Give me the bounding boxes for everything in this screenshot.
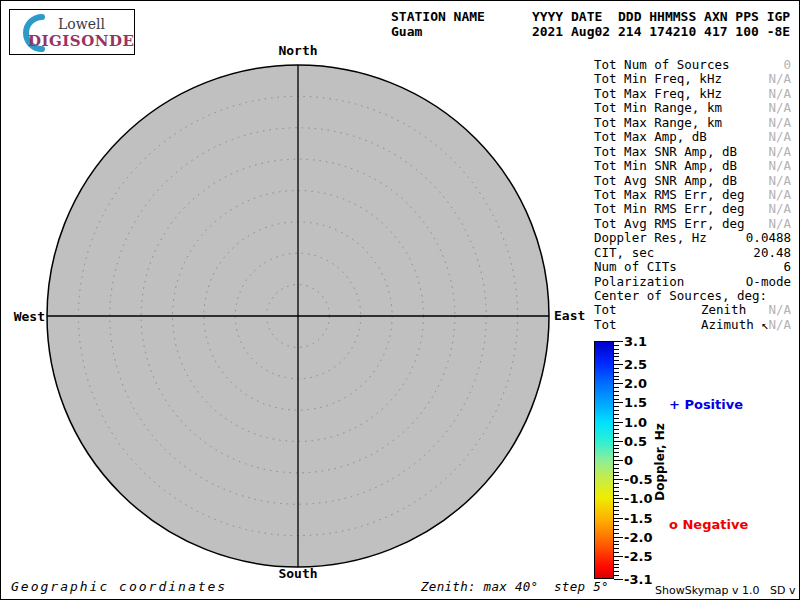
colorbar-minor-tick: [614, 353, 619, 354]
info-row: Tot Max RMS Err, degN/A: [594, 188, 791, 202]
colorbar-major-tick: [614, 537, 623, 538]
colorbar-tick-label: -1.5: [624, 510, 652, 525]
colorbar-minor-tick: [614, 391, 619, 392]
colorbar-tick-label: 2.0: [624, 376, 647, 391]
info-row: Num of CITs6: [594, 260, 791, 274]
colorbar-minor-tick: [614, 356, 619, 357]
info-row-label: Tot: [594, 302, 617, 317]
zenith-range-note: Zenith: max 40° step 5°: [421, 579, 609, 594]
info-row: Tot Max SNR Amp, dBN/A: [594, 145, 791, 159]
info-row-label: Num of CITs: [594, 259, 677, 274]
colorbar-tick-label: 2.5: [624, 357, 647, 372]
info-row: Tot Max Freq, kHzN/A: [594, 87, 791, 101]
colorbar-tick-label: -3.1: [624, 572, 652, 587]
info-row-label: Tot Num of Sources: [594, 57, 729, 72]
colorbar-minor-tick: [614, 429, 619, 430]
info-row: CIT, sec20.48: [594, 246, 791, 260]
colorbar-minor-tick: [614, 368, 619, 369]
header-column-titles: STATION NAME YYYY DATE DDD HHMMSS AXN PP…: [391, 9, 790, 24]
info-row-label: Tot Max Range, km: [594, 115, 722, 130]
info-row: Tot Max Amp, dBN/A: [594, 130, 791, 144]
info-row-value: N/A: [768, 130, 791, 144]
info-row-value: O-mode: [746, 275, 791, 289]
info-row-label: Tot: [594, 317, 617, 332]
colorbar-minor-tick: [614, 514, 619, 515]
measurement-info-panel: Tot Num of Sources0Tot Min Freq, kHzN/AT…: [594, 58, 791, 332]
info-row-value: 6: [783, 260, 791, 274]
info-row-label: Tot Avg SNR Amp, dB: [594, 173, 737, 188]
colorbar-minor-tick: [614, 464, 619, 465]
info-row-label: Tot Min Range, km: [594, 100, 722, 115]
colorbar-minor-tick: [614, 506, 619, 507]
compass-label-east: East: [554, 308, 585, 323]
colorbar-minor-tick: [614, 468, 619, 469]
info-row-label: Tot Avg RMS Err, deg: [594, 216, 745, 231]
colorbar-minor-tick: [614, 372, 619, 373]
colorbar-minor-tick: [614, 502, 619, 503]
colorbar-major-tick: [614, 402, 623, 403]
colorbar-minor-tick: [614, 387, 619, 388]
colorbar-minor-tick: [614, 418, 619, 419]
colorbar-minor-tick: [614, 525, 619, 526]
colorbar-minor-tick: [614, 360, 619, 361]
colorbar-tick-label: -1.0: [624, 491, 652, 506]
colorbar-minor-tick: [614, 521, 619, 522]
colorbar-major-tick: [614, 341, 623, 342]
colorbar-minor-tick: [614, 445, 619, 446]
coordinates-note: Geographic coordinates: [11, 579, 227, 594]
negative-doppler-legend: o Negative: [669, 517, 748, 532]
info-row-value: N/A: [768, 303, 791, 317]
info-row-label: Tot Min RMS Err, deg: [594, 201, 745, 216]
colorbar-minor-tick: [614, 452, 619, 453]
info-row-value: N/A: [768, 72, 791, 86]
info-row-value: 0.0488: [746, 231, 791, 245]
info-row: TotZenithN/A: [594, 303, 791, 317]
colorbar-minor-tick: [614, 437, 619, 438]
doppler-colorbar: [594, 341, 614, 579]
colorbar-minor-tick: [614, 552, 619, 553]
colorbar-minor-tick: [614, 571, 619, 572]
colorbar-minor-tick: [614, 425, 619, 426]
info-row-value: N/A: [768, 174, 791, 188]
skymap-window: Lowell DIGISONDE STATION NAME YYYY DATE …: [0, 0, 800, 600]
info-row: Tot Min Freq, kHzN/A: [594, 72, 791, 86]
colorbar-tick-label: -2.5: [624, 548, 652, 563]
colorbar-minor-tick: [614, 533, 619, 534]
logo-lowell-text: Lowell: [58, 16, 105, 32]
skymap-polar-plot: [45, 63, 551, 569]
colorbar-minor-tick: [614, 560, 619, 561]
colorbar-minor-tick: [614, 548, 619, 549]
colorbar-minor-tick: [614, 575, 619, 576]
info-row-label: Tot Min Freq, kHz: [594, 71, 722, 86]
colorbar-tick-label: 0.5: [624, 433, 647, 448]
colorbar-minor-tick: [614, 376, 619, 377]
colorbar-tick-label: -2.0: [624, 529, 652, 544]
info-row-value: 20.48: [753, 246, 791, 260]
colorbar-minor-tick: [614, 399, 619, 400]
info-row-value: N/A: [768, 87, 791, 101]
colorbar-major-tick: [614, 441, 623, 442]
info-row: Doppler Res, Hz0.0488: [594, 231, 791, 245]
colorbar-minor-tick: [614, 379, 619, 380]
colorbar-major-tick: [614, 422, 623, 423]
info-row: Tot Num of Sources0: [594, 58, 791, 72]
info-row-label: CIT, sec: [594, 245, 654, 260]
info-row: Tot Avg RMS Err, degN/A: [594, 217, 791, 231]
info-row-sublabel: Zenith: [701, 303, 746, 317]
colorbar-minor-tick: [614, 349, 619, 350]
colorbar-minor-tick: [614, 433, 619, 434]
colorbar-minor-tick: [614, 456, 619, 457]
info-row-label: Tot Max RMS Err, deg: [594, 187, 745, 202]
colorbar-tick-label: 3.1: [624, 334, 647, 349]
colorbar-minor-tick: [614, 475, 619, 476]
colorbar-minor-tick: [614, 529, 619, 530]
lowell-digisonde-logo: Lowell DIGISONDE: [9, 9, 135, 55]
colorbar-tick-label: 1.5: [624, 395, 647, 410]
info-row-label: Tot Min SNR Amp, dB: [594, 158, 737, 173]
colorbar-minor-tick: [614, 472, 619, 473]
info-row: Tot Avg SNR Amp, dBN/A: [594, 174, 791, 188]
info-row: Tot Max Range, kmN/A: [594, 116, 791, 130]
colorbar-minor-tick: [614, 541, 619, 542]
colorbar-tick-axis: 3.12.52.01.51.00.50-0.5-1.0-1.5-2.0-2.5-…: [614, 341, 684, 580]
info-row: PolarizationO-mode: [594, 275, 791, 289]
